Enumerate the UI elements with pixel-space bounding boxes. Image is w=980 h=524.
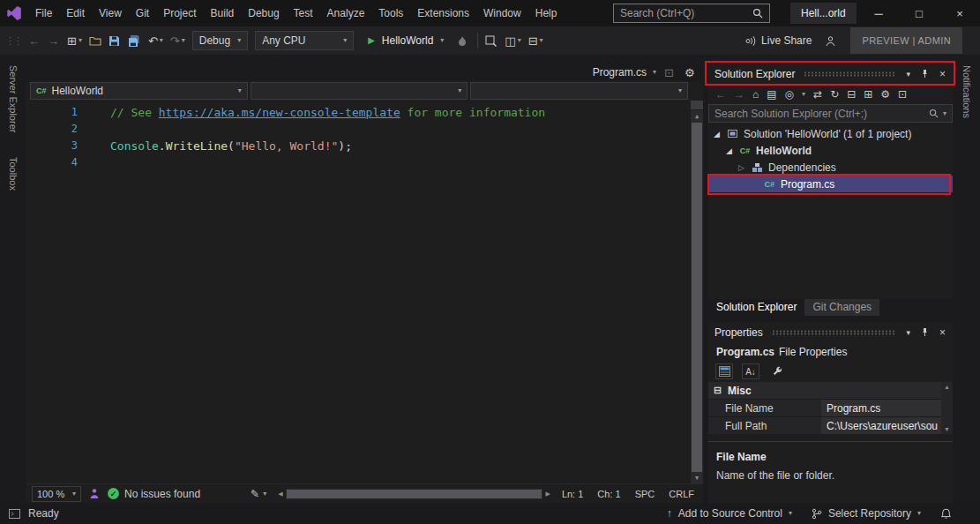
scroll-right-icon[interactable]: ▶ <box>545 490 550 498</box>
code-line-4[interactable]: 4 <box>26 154 703 171</box>
column-indicator[interactable]: Ch: 1 <box>597 489 620 499</box>
alphabetical-icon[interactable]: A↓ <box>742 363 759 379</box>
navigate-forward-icon[interactable]: → <box>48 35 60 47</box>
live-share-button[interactable]: Live Share <box>744 34 812 47</box>
open-file-icon[interactable] <box>89 36 101 46</box>
new-project-icon[interactable]: ⊞▾ <box>67 35 82 47</box>
tree-expander-icon[interactable]: ▷ <box>737 163 746 172</box>
code-line-2[interactable]: 2 <box>26 121 703 138</box>
properties-grid-scrollbar[interactable]: ▲ ▼ <box>941 382 953 434</box>
switch-views-icon[interactable]: ▤ <box>767 89 776 100</box>
spaces-indicator[interactable]: SPC <box>635 489 655 499</box>
preview-selected-items-icon[interactable]: ⊡ <box>898 89 907 100</box>
menu-debug[interactable]: Debug <box>241 0 286 26</box>
menu-file[interactable]: File <box>28 0 59 26</box>
tree-expander-icon[interactable]: ◢ <box>724 146 734 155</box>
property-value[interactable]: C:\Users\azureuser\sou <box>821 417 941 434</box>
sync-with-active-document-icon[interactable]: ⇄ <box>813 89 822 100</box>
properties-gear-icon[interactable]: ⚙ <box>880 89 890 100</box>
hot-reload-icon[interactable] <box>458 35 470 47</box>
vertical-tab-notifications[interactable]: Notifications <box>961 65 972 118</box>
vertical-tab-server-explorer[interactable]: Server Explorer <box>8 65 19 132</box>
scroll-up-icon[interactable]: ▲ <box>944 384 950 390</box>
splitter-handle[interactable] <box>691 101 703 110</box>
menu-tools[interactable]: Tools <box>371 0 410 26</box>
minimize-button[interactable]: ─ <box>858 0 899 26</box>
solution-configuration-combo[interactable]: Debug▾ <box>192 31 248 50</box>
scroll-down-icon[interactable]: ▼ <box>691 472 703 483</box>
menu-git[interactable]: Git <box>129 0 156 26</box>
se-search-box[interactable]: Search Solution Explorer (Ctrl+;) ▾ <box>708 104 953 123</box>
properties-header[interactable]: Properties ▾ × <box>708 322 953 342</box>
drag-handle[interactable] <box>772 330 896 335</box>
redo-icon[interactable]: ↷▾ <box>170 35 185 47</box>
tab-list-caret-icon[interactable]: ▾ <box>653 69 656 76</box>
navigate-backward-icon[interactable]: ← <box>28 35 41 47</box>
vertical-tab-toolbox[interactable]: Toolbox <box>8 157 19 191</box>
close-panel-icon[interactable]: × <box>938 326 947 339</box>
float-tab-icon[interactable]: ⊡ <box>664 67 677 79</box>
close-button[interactable]: × <box>939 0 980 26</box>
window-layout-icon[interactable]: ⊟▾ <box>528 35 543 47</box>
code-cleanup-button[interactable]: ✎ ▾ <box>251 488 266 500</box>
tree-item-program-cs[interactable]: C#Program.cs <box>708 176 953 192</box>
select-repository-button[interactable]: Select Repository ▾ <box>812 507 921 520</box>
toolbar-grip[interactable]: ⋮⋮ <box>5 35 21 47</box>
property-row-file-name[interactable]: File NameProgram.cs <box>708 399 941 416</box>
tree-expander-icon[interactable]: ◢ <box>712 130 722 138</box>
tree-item-dependencies[interactable]: ▷Dependencies <box>708 159 953 176</box>
member-dropdown[interactable]: ▾ <box>470 82 688 100</box>
menu-extensions[interactable]: Extensions <box>410 0 476 26</box>
code-area[interactable]: 1// See https://aka.ms/new-console-templ… <box>26 101 703 483</box>
menu-analyze[interactable]: Analyze <box>320 0 372 26</box>
scroll-left-icon[interactable]: ◀ <box>278 490 282 498</box>
document-health-indicator[interactable]: ✓ No issues found <box>108 488 200 500</box>
menu-help[interactable]: Help <box>528 0 565 26</box>
undo-icon[interactable]: ↶▾ <box>148 35 163 47</box>
line-ending-indicator[interactable]: CRLF <box>669 489 694 499</box>
forward-icon[interactable]: → <box>734 89 744 100</box>
drag-handle[interactable] <box>804 71 895 77</box>
h-scroll-track[interactable] <box>286 489 543 499</box>
home-icon[interactable]: ⌂ <box>752 89 759 100</box>
solution-explorer-header[interactable]: Solution Explorer ▾ × <box>708 64 953 84</box>
back-icon[interactable]: ← <box>715 89 726 100</box>
window-position-caret-icon[interactable]: ▾ <box>904 70 912 79</box>
menu-view[interactable]: View <box>92 0 129 26</box>
feedback-icon[interactable] <box>825 35 837 47</box>
menu-edit[interactable]: Edit <box>59 0 92 26</box>
scroll-down-icon[interactable]: ▼ <box>944 426 950 432</box>
save-icon[interactable] <box>108 35 121 47</box>
pin-icon[interactable] <box>918 69 931 79</box>
find-in-files-icon[interactable] <box>485 35 497 47</box>
collapse-all-icon[interactable]: ⊟ <box>847 89 856 100</box>
categorized-icon[interactable] <box>715 363 733 379</box>
menu-test[interactable]: Test <box>287 0 320 26</box>
editor-options-gear-icon[interactable]: ⚙ <box>685 67 697 79</box>
panel-tab-solution-explorer[interactable]: Solution Explorer <box>708 299 804 316</box>
scrollbar-thumb[interactable] <box>692 123 702 472</box>
background-tasks-icon[interactable] <box>9 509 20 519</box>
quick-search-box[interactable]: Search (Ctrl+Q) <box>613 4 770 23</box>
menu-build[interactable]: Build <box>204 0 242 26</box>
line-indicator[interactable]: Ln: 1 <box>562 489 583 499</box>
start-debugging-button[interactable]: ▶ HelloWorld ▾ <box>361 31 451 50</box>
solution-platform-combo[interactable]: Any CPU▾ <box>255 31 354 50</box>
zoom-combo[interactable]: 100 %▾ <box>32 486 81 502</box>
type-dropdown[interactable]: ▾ <box>251 82 468 100</box>
tree-item-helloworld[interactable]: ◢C#HelloWorld <box>708 142 953 159</box>
code-line-1[interactable]: 1// See https://aka.ms/new-console-templ… <box>26 104 703 121</box>
category-collapse-icon[interactable]: ⊟ <box>713 385 722 396</box>
refresh-icon[interactable]: ↻ <box>830 89 839 100</box>
menu-window[interactable]: Window <box>476 0 528 26</box>
vertical-scrollbar[interactable]: ▲ ▼ <box>691 101 703 483</box>
category-row-misc[interactable]: ⊟ Misc <box>708 382 941 399</box>
property-value[interactable]: Program.cs <box>821 400 941 416</box>
code-line-3[interactable]: 3Console.WriteLine("Hello, World!"); <box>26 138 703 154</box>
show-all-files-icon[interactable]: ⊞ <box>864 89 872 100</box>
property-row-full-path[interactable]: Full PathC:\Users\azureuser\sou <box>708 416 941 434</box>
horizontal-scrollbar[interactable]: ◀ ▶ <box>278 489 550 499</box>
save-all-icon[interactable] <box>128 35 141 47</box>
pending-changes-filter-icon-caret[interactable]: ▾ <box>802 91 805 98</box>
maximize-button[interactable]: □ <box>899 0 939 26</box>
